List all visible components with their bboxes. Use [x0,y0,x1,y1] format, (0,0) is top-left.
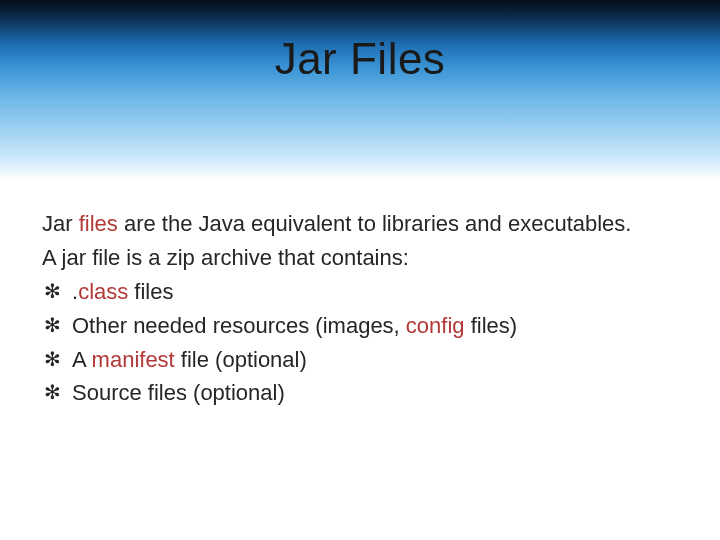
list-item: ✻ A manifest file (optional) [42,344,678,376]
accent-word: config [406,313,465,338]
text-fragment: files [128,279,173,304]
slide-body: Jar files are the Java equivalent to lib… [42,208,678,411]
accent-word: class [78,279,128,304]
list-item: ✻ .class files [42,276,678,308]
intro-line-1: Jar files are the Java equivalent to lib… [42,208,678,240]
text-fragment: Jar [42,211,79,236]
list-item: ✻ Source files (optional) [42,377,678,409]
accent-word: manifest [92,347,175,372]
bullet-icon: ✻ [44,276,61,306]
bullet-icon: ✻ [44,377,61,407]
intro-line-2: A jar file is a zip archive that contain… [42,242,678,274]
list-item: ✻ Other needed resources (images, config… [42,310,678,342]
accent-word: files [79,211,118,236]
text-fragment: Other needed resources (images, [72,313,406,338]
text-fragment: A [72,347,92,372]
text-fragment: file (optional) [175,347,307,372]
slide: Jar Files Jar files are the Java equival… [0,0,720,540]
text-fragment: files) [465,313,518,338]
bullet-icon: ✻ [44,310,61,340]
slide-title: Jar Files [0,34,720,84]
header-gradient [0,0,720,180]
bullet-icon: ✻ [44,344,61,374]
text-fragment: are the Java equivalent to libraries and… [118,211,632,236]
bullet-list: ✻ .class files ✻ Other needed resources … [42,276,678,410]
text-fragment: Source files (optional) [72,380,285,405]
